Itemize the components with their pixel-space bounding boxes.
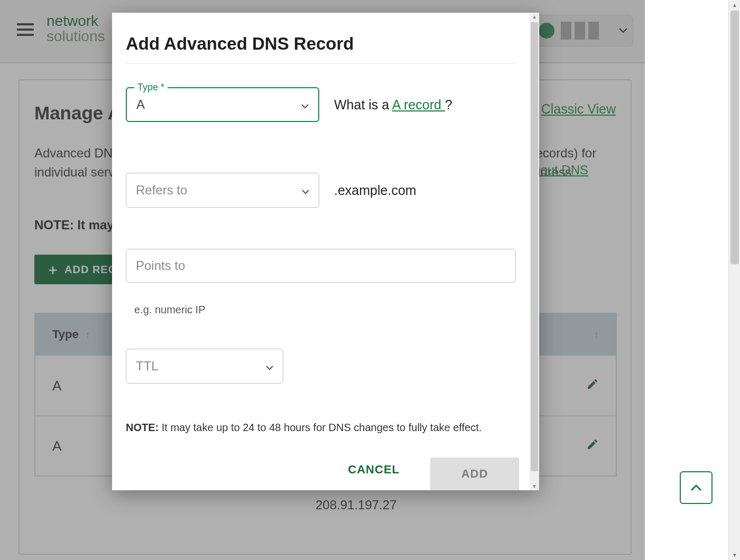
modal-scrollbar[interactable]: ▲ ▼: [530, 13, 539, 490]
scroll-thumb[interactable]: [730, 11, 739, 264]
points-to-example: e.g. numeric IP: [134, 304, 516, 316]
ttl-select[interactable]: TTL: [126, 349, 283, 384]
back-to-top-button[interactable]: [680, 471, 713, 504]
type-select[interactable]: Type * A: [126, 87, 319, 122]
browser-scrollbar[interactable]: ▲ ▼: [728, 0, 740, 560]
scroll-down-icon[interactable]: ▼: [532, 483, 537, 489]
scroll-up-icon[interactable]: ▲: [532, 14, 537, 20]
scroll-thumb[interactable]: [531, 22, 538, 471]
note-text: It may take up to 24 to 48 hours for DNS…: [159, 422, 482, 433]
points-to-placeholder: Points to: [136, 258, 185, 273]
modal-title: Add Advanced DNS Record: [112, 13, 530, 63]
note-prefix: NOTE:: [126, 422, 159, 433]
chevron-down-icon: [266, 359, 273, 374]
scroll-up-icon[interactable]: ▲: [732, 2, 737, 8]
modal-divider: [126, 63, 516, 64]
type-value: A: [136, 97, 145, 112]
type-help-text: What is a A record ?: [334, 97, 452, 113]
chevron-down-icon: [302, 183, 309, 198]
help-suffix: ?: [445, 97, 452, 112]
ttl-placeholder: TTL: [136, 359, 159, 374]
points-to-input[interactable]: Points to: [126, 249, 516, 283]
refers-to-placeholder: Refers to: [136, 183, 187, 198]
modal-content: Add Advanced DNS Record Type * A What is…: [112, 13, 530, 490]
cancel-button[interactable]: CANCEL: [343, 458, 405, 477]
type-label: Type *: [134, 82, 168, 93]
chevron-down-icon: [301, 97, 309, 112]
chevron-up-icon: [690, 484, 702, 491]
add-button[interactable]: ADD: [430, 458, 519, 490]
help-prefix: What is a: [334, 97, 392, 112]
modal-note: NOTE: It may take up to 24 to 48 hours f…: [126, 422, 516, 434]
domain-suffix-text: .example.com: [334, 183, 417, 198]
scroll-down-icon[interactable]: ▼: [732, 552, 737, 558]
add-dns-modal: Add Advanced DNS Record Type * A What is…: [112, 13, 539, 490]
refers-to-select[interactable]: Refers to: [126, 173, 319, 208]
modal-actions: CANCEL ADD: [112, 458, 530, 490]
a-record-link[interactable]: A record: [392, 97, 445, 112]
